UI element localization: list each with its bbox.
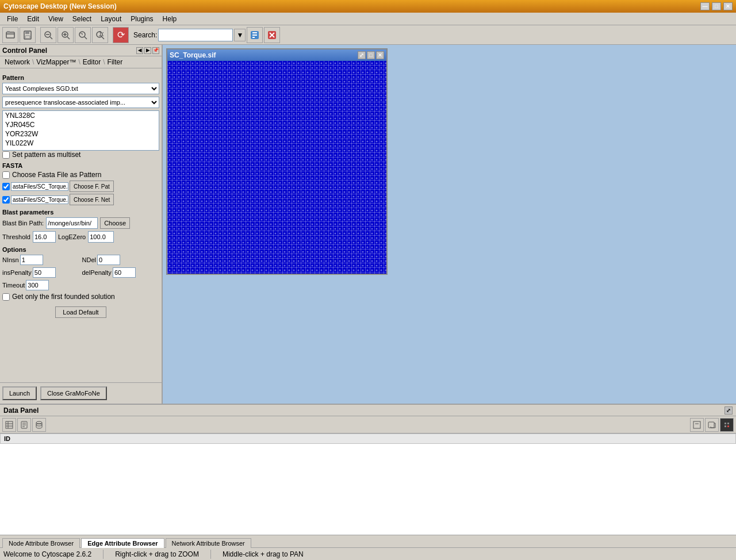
svg-line-13: [85, 37, 87, 39]
network-close-button[interactable]: ✕: [376, 51, 384, 59]
fasta-row2-choose-net[interactable]: Choose F. Net: [70, 194, 114, 205]
status-sep-2: [210, 550, 211, 559]
maximize-button[interactable]: □: [712, 2, 721, 10]
load-default-container: Load Default: [2, 306, 159, 318]
menu-select[interactable]: Select: [68, 14, 96, 24]
minimize-button[interactable]: —: [700, 2, 710, 10]
control-panel-prev[interactable]: ◀: [136, 47, 143, 54]
inspenalty-row: insPenalty: [2, 267, 80, 278]
multiset-checkbox[interactable]: [2, 151, 10, 159]
network-window-controls: ⤢ □ ✕: [358, 51, 384, 59]
nins-input[interactable]: [20, 255, 43, 265]
blast-choose-button[interactable]: Choose: [100, 217, 130, 229]
launch-button[interactable]: Launch: [2, 386, 37, 400]
tab-node-attribute-browser[interactable]: Node Attribute Browser: [2, 538, 80, 548]
timeout-row: Timeout: [2, 280, 159, 290]
close-gramofo-button[interactable]: Close GraMoFoNe: [40, 386, 107, 400]
list-item[interactable]: YJR045C: [3, 120, 159, 129]
delpenalty-input[interactable]: [113, 267, 136, 278]
control-panel-content: Pattern Yeast Complexes SGD.txt preseque…: [0, 68, 162, 382]
menu-view[interactable]: View: [44, 14, 68, 24]
search-dropdown[interactable]: ▼: [234, 29, 246, 41]
file-select[interactable]: Yeast Complexes SGD.txt: [2, 83, 159, 94]
multiset-checkbox-row: Set pattern as multiset: [2, 151, 159, 159]
network-maximize-button[interactable]: □: [367, 51, 375, 59]
nins-row: NInsn: [2, 255, 80, 265]
menu-edit[interactable]: Edit: [22, 14, 44, 24]
list-item[interactable]: YIL022W: [3, 139, 159, 148]
data-table: ID: [0, 434, 736, 444]
zoom-in-button[interactable]: [57, 27, 74, 43]
network-restore-button[interactable]: ⤢: [358, 51, 366, 59]
pattern-select[interactable]: presequence translocase-associated imp..…: [2, 97, 159, 108]
blast-bin-row: Blast Bin Path: Choose: [2, 217, 159, 229]
threshold-input[interactable]: [33, 231, 56, 243]
tab-network-attribute-browser[interactable]: Network Attribute Browser: [166, 538, 251, 548]
svg-rect-38: [708, 422, 714, 428]
status-bar: Welcome to Cytoscape 2.6.2 Right-click +…: [0, 547, 736, 560]
svg-rect-0: [6, 32, 14, 38]
search-input[interactable]: [158, 29, 233, 41]
control-panel-next[interactable]: ▶: [144, 47, 151, 54]
zoom-actual-button[interactable]: 1:1: [92, 27, 108, 43]
control-panel-pin[interactable]: 📌: [152, 47, 159, 54]
network-canvas[interactable]: [167, 61, 386, 274]
pattern-list-container: YNL328C YJR045C YOR232W YIL022W: [2, 110, 159, 151]
menu-plugins[interactable]: Plugins: [126, 14, 158, 24]
svg-point-34: [36, 421, 42, 424]
search-label: Search:: [133, 31, 157, 39]
tab-editor[interactable]: Editor: [80, 57, 103, 67]
zoom-out-button[interactable]: [40, 27, 56, 43]
data-panel-maximize-button[interactable]: ⤢: [724, 406, 733, 415]
status-right-click: Right-click + drag to ZOOM: [115, 550, 199, 558]
logezero-input[interactable]: [88, 231, 114, 243]
dp-right-btn1[interactable]: [690, 418, 704, 432]
ndel-input[interactable]: [97, 255, 120, 265]
svg-rect-41: [727, 423, 729, 424]
menu-layout[interactable]: Layout: [96, 14, 126, 24]
dp-right-btn2[interactable]: [705, 418, 719, 432]
data-panel-header: Data Panel ⤢: [0, 405, 736, 416]
list-item[interactable]: YOR232W: [3, 129, 159, 139]
save-button[interactable]: [20, 27, 36, 43]
dp-doc-btn[interactable]: [17, 418, 31, 432]
menu-file[interactable]: File: [2, 14, 22, 24]
network-overlay: [167, 61, 386, 274]
blast-bin-input[interactable]: [46, 217, 98, 229]
first-solution-checkbox[interactable]: [2, 293, 10, 301]
timeout-input[interactable]: [26, 280, 49, 290]
inspenalty-input[interactable]: [33, 267, 56, 278]
menu-help[interactable]: Help: [158, 14, 182, 24]
data-panel-toolbar: [0, 416, 736, 434]
fasta-row1-checkbox[interactable]: [2, 183, 10, 190]
load-default-button[interactable]: Load Default: [55, 306, 106, 318]
zoom-fit-button[interactable]: [75, 27, 91, 43]
dp-right-btn3[interactable]: [720, 418, 734, 432]
pattern-list[interactable]: YNL328C YJR045C YOR232W YIL022W: [2, 110, 159, 151]
tab-edge-attribute-browser[interactable]: Edge Attribute Browser: [81, 538, 164, 548]
list-item[interactable]: YNL328C: [3, 111, 159, 120]
svg-rect-39: [723, 421, 730, 428]
refresh-button[interactable]: ⟳: [113, 27, 129, 43]
fasta-row2-checkbox[interactable]: [2, 196, 10, 204]
svg-text:1:1: 1:1: [98, 30, 105, 38]
tab-network[interactable]: Network: [2, 57, 32, 67]
delpenalty-row: delPenalty: [82, 267, 160, 278]
data-panel: Data Panel ⤢: [0, 404, 736, 547]
search-execute-button[interactable]: [247, 27, 263, 43]
tab-vizmapper[interactable]: VizMapper™: [34, 57, 78, 67]
dp-table-btn[interactable]: [2, 418, 16, 432]
blast-section-title: Blast parameters: [2, 209, 159, 216]
close-button[interactable]: ✕: [723, 2, 733, 10]
svg-rect-36: [693, 421, 700, 428]
fasta-row1-choose-pat[interactable]: Choose F. Pat: [70, 181, 114, 192]
fasta-choose-label: Choose Fasta File as Pattern: [12, 171, 101, 179]
nins-label: NInsn: [2, 256, 19, 263]
fasta-choose-checkbox[interactable]: [2, 171, 10, 179]
dp-db-btn[interactable]: [32, 418, 46, 432]
fasta-row1-path: astaFiles/SC_Torque.sif.fasta: [11, 182, 68, 191]
tab-filter[interactable]: Filter: [105, 57, 125, 67]
clear-button[interactable]: [264, 27, 280, 43]
title-bar-controls: — □ ✕: [700, 2, 733, 10]
open-button[interactable]: [2, 27, 18, 43]
